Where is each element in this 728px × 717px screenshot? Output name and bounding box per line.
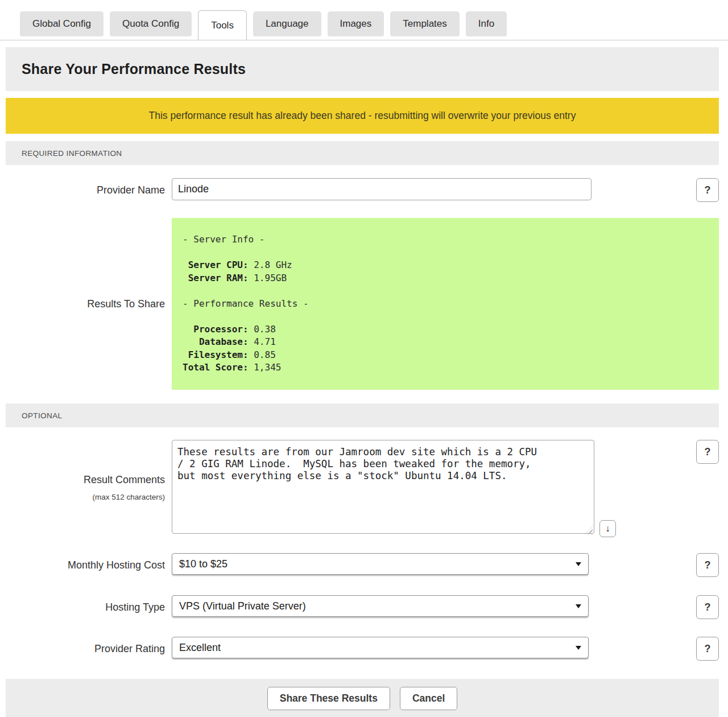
result-comments-help-button[interactable]: ?: [696, 440, 719, 464]
result-comments-max-note: (max 512 characters): [6, 493, 165, 502]
form-footer: Share These Results Cancel: [6, 679, 719, 717]
provider-name-row: Provider Name ?: [6, 178, 719, 202]
page-header: Share Your Performance Results: [6, 47, 719, 91]
arrow-down-icon: ↓: [606, 524, 610, 534]
hosting-type-row: Hosting Type VPS (Virtual Private Server…: [6, 595, 719, 619]
result-comments-row: Result Comments (max 512 characters) The…: [6, 440, 719, 536]
monthly-hosting-cost-value: $10 to $25: [179, 558, 571, 570]
provider-rating-help-button[interactable]: ?: [696, 637, 719, 661]
section-required-information: REQUIRED INFORMATION: [6, 141, 719, 165]
results-pre: - Server Info - Server CPU: 2.8 GHz Serv…: [183, 233, 713, 374]
share-these-results-button[interactable]: Share These Results: [267, 687, 390, 710]
page-title: Share Your Performance Results: [22, 61, 703, 77]
provider-rating-label: Provider Rating: [6, 642, 172, 656]
tab-info[interactable]: Info: [466, 11, 507, 36]
chevron-down-icon: [576, 562, 581, 566]
chevron-down-icon: [576, 646, 581, 650]
provider-rating-select[interactable]: Excellent: [172, 637, 589, 658]
results-to-share-row: Results To Share - Server Info - Server …: [6, 218, 719, 390]
hosting-type-value: VPS (Virtual Private Server): [179, 600, 571, 612]
tab-tools[interactable]: Tools: [198, 10, 247, 40]
result-comments-label: Result Comments (max 512 characters): [6, 473, 172, 502]
warning-banner-text: This performance result has already been…: [149, 110, 576, 122]
results-to-share-label: Results To Share: [6, 298, 172, 311]
tab-global-config[interactable]: Global Config: [20, 11, 104, 36]
provider-name-label: Provider Name: [6, 184, 172, 197]
monthly-hosting-cost-select[interactable]: $10 to $25: [172, 553, 589, 575]
monthly-hosting-cost-row: Monthly Hosting Cost $10 to $25 ?: [6, 553, 719, 577]
warning-banner: This performance result has already been…: [6, 98, 719, 134]
provider-name-input[interactable]: [172, 178, 592, 200]
result-comments-textarea[interactable]: These results are from our Jamroom dev s…: [172, 440, 594, 534]
tab-images[interactable]: Images: [328, 11, 384, 36]
monthly-hosting-cost-label: Monthly Hosting Cost: [6, 559, 172, 572]
result-comments-label-text: Result Comments: [6, 473, 165, 487]
provider-rating-value: Excellent: [179, 642, 571, 654]
tab-quota-config[interactable]: Quota Config: [110, 11, 192, 36]
provider-rating-row: Provider Rating Excellent ?: [6, 637, 719, 661]
cancel-button[interactable]: Cancel: [400, 687, 457, 710]
section-optional: OPTIONAL: [6, 403, 719, 427]
section-optional-label: OPTIONAL: [22, 411, 62, 420]
section-required-label: REQUIRED INFORMATION: [22, 149, 122, 158]
monthly-hosting-cost-help-button[interactable]: ?: [696, 553, 719, 577]
hosting-type-label: Hosting Type: [6, 601, 172, 614]
tab-bar: Global ConfigQuota ConfigToolsLanguageIm…: [0, 0, 728, 40]
result-comments-wrap: These results are from our Jamroom dev s…: [172, 440, 594, 536]
provider-name-help-button[interactable]: ?: [696, 178, 719, 202]
tab-language[interactable]: Language: [253, 11, 321, 36]
tab-templates[interactable]: Templates: [390, 11, 459, 36]
scroll-down-button[interactable]: ↓: [599, 520, 616, 537]
hosting-type-select[interactable]: VPS (Virtual Private Server): [172, 595, 589, 617]
hosting-type-help-button[interactable]: ?: [696, 595, 719, 619]
results-to-share-box: - Server Info - Server CPU: 2.8 GHz Serv…: [172, 218, 719, 390]
chevron-down-icon: [576, 604, 581, 608]
tools-panel: Share Your Performance Results This perf…: [6, 47, 719, 717]
